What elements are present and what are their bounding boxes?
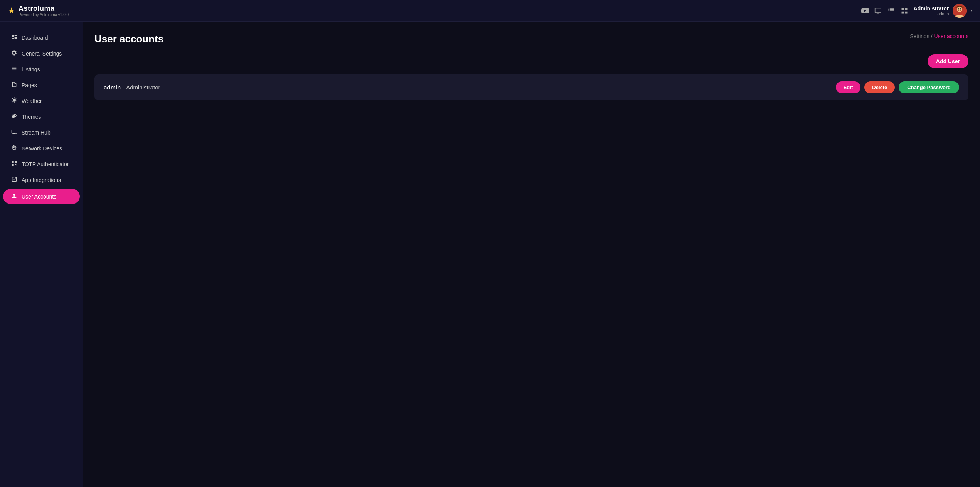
user-name: Administrator [914,5,949,12]
sidebar: Dashboard General Settings Listings Page… [0,22,83,487]
user-role-label: Administrator [126,84,160,91]
sidebar-label-weather: Weather [22,98,42,104]
integrations-icon [11,176,18,184]
sidebar-item-dashboard[interactable]: Dashboard [3,30,80,45]
breadcrumb: Settings / User accounts [910,33,968,39]
table-row: admin Administrator Edit Delete Change P… [94,74,968,100]
tv-icon[interactable] [874,7,882,15]
sidebar-label-pages: Pages [22,82,37,88]
add-user-button[interactable]: Add User [928,54,968,68]
sidebar-label-stream-hub: Stream Hub [22,130,51,136]
list-icon[interactable] [887,7,895,15]
breadcrumb-parent: Settings [910,33,929,39]
page-header: User accounts Settings / User accounts [94,33,968,45]
user-row-info: admin Administrator [104,84,160,91]
sidebar-item-stream-hub[interactable]: Stream Hub [3,125,80,140]
breadcrumb-current: User accounts [934,33,968,39]
app-layout: Dashboard General Settings Listings Page… [0,22,980,487]
avatar [953,4,967,18]
main-content: User accounts Settings / User accounts A… [83,22,980,487]
grid-icon[interactable] [901,7,908,15]
pages-icon [11,81,18,89]
user-info: Administrator admin [914,5,949,16]
users-icon [11,193,18,200]
sidebar-item-network-devices[interactable]: Network Devices [3,141,80,156]
brand-subtitle: Powered by Astroluma v1.0.0 [19,13,69,17]
user-username: admin [104,84,121,91]
sidebar-label-app-integrations: App Integrations [22,177,61,183]
sidebar-item-totp-authenticator[interactable]: TOTP Authenticator [3,157,80,172]
svg-point-2 [958,8,959,9]
user-row-actions: Edit Delete Change Password [836,81,959,93]
sidebar-label-general-settings: General Settings [22,51,62,57]
sidebar-item-pages[interactable]: Pages [3,78,80,93]
themes-icon [11,113,18,120]
sidebar-item-weather[interactable]: Weather [3,93,80,108]
dashboard-icon [11,34,18,41]
delete-user-button[interactable]: Delete [864,81,895,93]
sidebar-item-themes[interactable]: Themes [3,109,80,124]
sidebar-label-listings: Listings [22,66,40,72]
edit-user-button[interactable]: Edit [836,81,861,93]
add-user-container: Add User [94,54,968,68]
network-icon [11,145,18,152]
sidebar-item-listings[interactable]: Listings [3,62,80,77]
sidebar-label-user-accounts: User Accounts [22,194,56,200]
change-password-button[interactable]: Change Password [899,81,959,93]
app-header: ★ Astroluma Powered by Astroluma v1.0.0 [0,0,980,22]
sidebar-label-network-devices: Network Devices [22,145,62,152]
totp-icon [11,160,18,168]
breadcrumb-separator: / [931,33,934,39]
youtube-icon[interactable] [861,7,869,15]
sidebar-label-dashboard: Dashboard [22,35,48,41]
page-title: User accounts [94,33,163,45]
user-list: admin Administrator Edit Delete Change P… [94,74,968,100]
brand-text: Astroluma Powered by Astroluma v1.0.0 [19,5,69,17]
settings-icon [11,50,18,57]
weather-icon [11,97,18,104]
sidebar-label-themes: Themes [22,114,41,120]
user-menu[interactable]: Administrator admin › [914,4,972,18]
stream-icon [11,129,18,136]
chevron-right-icon: › [970,8,972,14]
svg-point-3 [960,8,961,9]
brand-name: Astroluma [19,5,69,13]
sidebar-label-totp-authenticator: TOTP Authenticator [22,161,69,167]
star-icon: ★ [8,6,15,16]
header-right: Administrator admin › [861,4,972,18]
user-role: admin [914,12,949,16]
sidebar-item-app-integrations[interactable]: App Integrations [3,172,80,187]
sidebar-item-user-accounts[interactable]: User Accounts [3,189,80,204]
listings-icon [11,66,18,73]
logo-area: ★ Astroluma Powered by Astroluma v1.0.0 [8,5,69,17]
sidebar-item-general-settings[interactable]: General Settings [3,46,80,61]
